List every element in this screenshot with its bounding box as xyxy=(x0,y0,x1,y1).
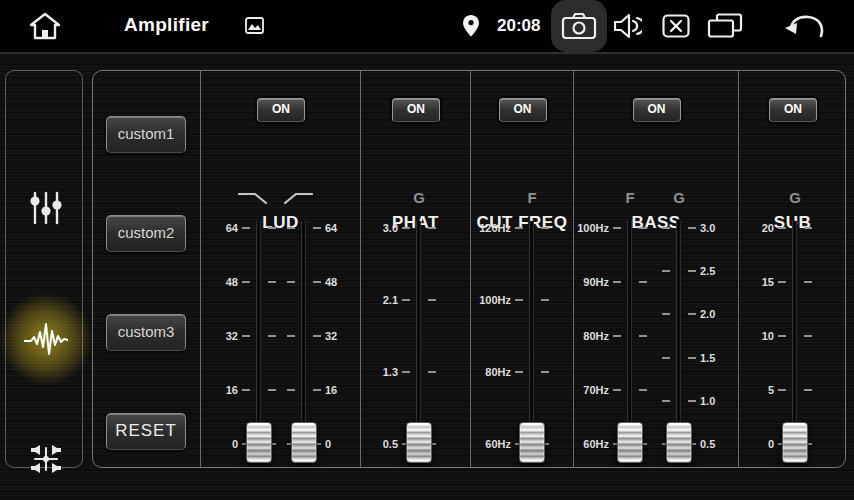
preset-button-custom1[interactable]: custom1 xyxy=(106,116,186,153)
highpass-curve-icon xyxy=(283,191,313,209)
home-icon[interactable] xyxy=(28,11,62,41)
preset-button-custom3[interactable]: custom3 xyxy=(106,314,186,351)
power-button-bass[interactable]: ON xyxy=(633,98,681,122)
tick-dash xyxy=(688,227,696,229)
sidebar-item-equalizer[interactable] xyxy=(24,186,68,230)
tick-dash xyxy=(804,281,812,283)
slider-thumb-phat-1[interactable] xyxy=(406,422,432,463)
slider-thumb-sub-1[interactable] xyxy=(782,422,808,463)
clock: 20:08 xyxy=(497,16,540,36)
screenshot-button[interactable] xyxy=(551,0,607,52)
tick-dash xyxy=(402,227,410,229)
power-button-sub[interactable]: ON xyxy=(769,98,817,122)
tick-label: 70Hz xyxy=(574,383,609,397)
tick-dash xyxy=(613,335,621,337)
tick-dash xyxy=(778,227,786,229)
tick-dash xyxy=(639,389,647,391)
tick-label: 2.5 xyxy=(700,264,739,278)
tick-label: 120Hz xyxy=(471,221,511,235)
tick-dash xyxy=(287,389,295,391)
tick-dash xyxy=(242,389,250,391)
channel-lud: ONLUD644832160644832160 xyxy=(200,71,360,467)
preset-button-custom2[interactable]: custom2 xyxy=(106,215,186,252)
slider-track-bass-2[interactable] xyxy=(676,221,681,454)
tick-label: 60Hz xyxy=(471,437,511,451)
sidebar-item-balance[interactable] xyxy=(24,436,68,480)
slider-track-bass-1[interactable] xyxy=(627,221,632,454)
back-icon[interactable] xyxy=(784,13,824,39)
close-icon[interactable] xyxy=(662,14,690,38)
tick-dash xyxy=(515,227,523,229)
tick-dash xyxy=(242,335,250,337)
tick-label: 3.0 xyxy=(700,221,739,235)
power-button-phat[interactable]: ON xyxy=(392,98,440,122)
slider-track-cutfreq-1[interactable] xyxy=(529,221,534,454)
slider-track-sub-1[interactable] xyxy=(792,221,797,454)
slider-track-lud-1[interactable] xyxy=(256,221,261,454)
tick-dash xyxy=(688,400,696,402)
tick-label: 0.5 xyxy=(700,437,739,451)
tick-label: 1.3 xyxy=(361,365,398,379)
tick-dash xyxy=(639,335,647,337)
tick-dash xyxy=(662,270,670,272)
tick-dash xyxy=(268,227,276,229)
slider-thumb-lud-1[interactable] xyxy=(246,422,272,463)
tick-label: 100Hz xyxy=(574,221,609,235)
tick-label: 15 xyxy=(739,275,774,289)
tick-label: 0.5 xyxy=(361,437,398,451)
amplifier-panel: custom1 custom2 custom3 RESET ONLUD64483… xyxy=(92,70,846,468)
slider-track-phat-1[interactable] xyxy=(416,221,421,454)
slider-scale-label: F xyxy=(512,189,552,207)
slider-track-lud-2[interactable] xyxy=(301,221,306,454)
tick-dash xyxy=(804,227,812,229)
tick-dash xyxy=(613,281,621,283)
tick-dash xyxy=(613,389,621,391)
channel-sub: ONSUBG20151050 xyxy=(738,71,846,467)
volume-icon[interactable] xyxy=(614,13,642,39)
sidebar-item-sound-effect[interactable] xyxy=(24,317,68,361)
slider-thumb-lud-2[interactable] xyxy=(291,422,317,463)
channel-phat: ONPHATG3.02.11.30.5 xyxy=(360,71,470,467)
tick-dash xyxy=(688,270,696,272)
tick-label: 100Hz xyxy=(471,293,511,307)
tick-label: 32 xyxy=(325,329,361,343)
power-button-lud[interactable]: ON xyxy=(257,98,305,122)
sidebar xyxy=(5,70,83,468)
tick-dash xyxy=(287,335,295,337)
tick-dash xyxy=(242,227,250,229)
slider-thumb-bass-1[interactable] xyxy=(617,422,643,463)
tick-label: 0 xyxy=(201,437,238,451)
tick-label: 64 xyxy=(325,221,361,235)
tick-dash xyxy=(242,281,250,283)
tick-dash xyxy=(402,371,410,373)
reset-button[interactable]: RESET xyxy=(106,413,186,450)
recent-apps-icon[interactable] xyxy=(707,13,743,39)
tick-dash xyxy=(778,281,786,283)
top-bar: Amplifier 20:08 xyxy=(0,0,854,54)
tick-label: 20 xyxy=(739,221,774,235)
eq-sliders-icon xyxy=(26,188,66,228)
lowpass-curve-icon xyxy=(238,191,268,209)
tick-dash xyxy=(639,281,647,283)
tick-label: 16 xyxy=(201,383,238,397)
tick-label: 0 xyxy=(739,437,774,451)
camera-icon xyxy=(561,12,597,40)
tick-label: 5 xyxy=(739,383,774,397)
slider-thumb-cutfreq-1[interactable] xyxy=(519,422,545,463)
location-icon xyxy=(463,15,479,37)
tick-dash xyxy=(662,357,670,359)
tick-dash xyxy=(313,389,321,391)
tick-label: 2.0 xyxy=(700,307,739,321)
tick-dash xyxy=(268,335,276,337)
tick-dash xyxy=(268,389,276,391)
power-button-cutfreq[interactable]: ON xyxy=(499,98,547,122)
slider-thumb-bass-2[interactable] xyxy=(666,422,692,463)
tick-dash xyxy=(313,227,321,229)
tick-label: 1.0 xyxy=(700,394,739,408)
slider-scale-label: G xyxy=(775,189,815,207)
page-title: Amplifier xyxy=(124,14,209,36)
waveform-icon xyxy=(24,319,68,359)
gallery-icon[interactable] xyxy=(245,17,264,34)
tick-dash xyxy=(428,371,436,373)
tick-dash xyxy=(662,313,670,315)
